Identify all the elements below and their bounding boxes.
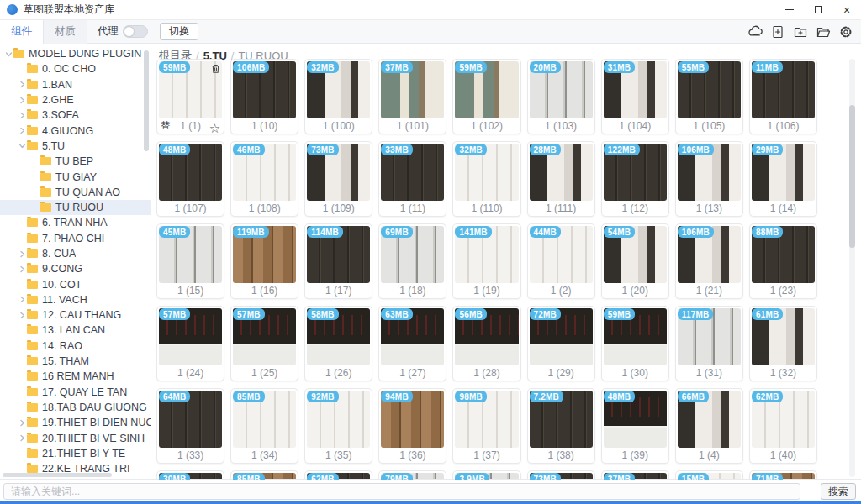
sidebar-item-0-oc-cho[interactable]: 0. OC CHO: [0, 61, 151, 76]
asset-card[interactable]: 28MB1 (111): [527, 141, 595, 217]
asset-card[interactable]: 69MB1 (18): [378, 223, 446, 299]
asset-card[interactable]: 44MB1 (2): [527, 223, 595, 299]
sidebar-item-19-thiet-bi-dien-nuoc[interactable]: 19.THIET BI DIEN NUOC: [0, 415, 151, 430]
asset-card[interactable]: 45MB1 (15): [156, 223, 224, 299]
expand-right-icon[interactable]: [17, 418, 27, 427]
asset-card[interactable]: 55MB1 (105): [675, 59, 743, 134]
sidebar-item-16-rem-manh[interactable]: 16 REM MANH: [0, 369, 151, 384]
search-button[interactable]: 搜索: [821, 483, 856, 500]
asset-card[interactable]: 94MB1 (36): [378, 388, 446, 464]
file-add-icon[interactable]: [769, 24, 786, 40]
asset-card[interactable]: 85MB1 (34): [230, 388, 298, 464]
sidebar-item-15-tham[interactable]: 15. THAM: [0, 354, 151, 369]
folder-add-icon[interactable]: [792, 24, 809, 40]
asset-card[interactable]: 114MB1 (17): [304, 223, 372, 299]
proxy-toggle[interactable]: [123, 25, 148, 38]
asset-card[interactable]: 63MB1 (27): [378, 306, 446, 381]
sidebar-item-20-thiet-bi-ve-sinh[interactable]: 20.THIET BI VE SINH: [0, 430, 151, 445]
sidebar-item-10-cot[interactable]: 10. COT: [0, 276, 151, 291]
sidebar-item-6-tran-nha[interactable]: 6. TRAN NHA: [0, 215, 151, 230]
sidebar-item-2-ghe[interactable]: 2.GHE: [0, 92, 151, 108]
asset-card[interactable]: 替☆59MB1 (1): [156, 59, 224, 134]
switch-button[interactable]: 切换: [160, 23, 198, 40]
asset-card[interactable]: 88MB1 (23): [749, 223, 817, 299]
tab-materials[interactable]: 材质: [44, 20, 87, 44]
asset-card[interactable]: 141MB1 (19): [452, 223, 520, 299]
asset-card[interactable]: 32MB1 (100): [304, 59, 372, 134]
trash-icon[interactable]: [210, 62, 221, 77]
asset-card[interactable]: 73MB1 (109): [304, 141, 372, 217]
asset-card[interactable]: 72MB1 (29): [527, 306, 595, 381]
asset-card[interactable]: 58MB1 (26): [304, 306, 372, 381]
expand-right-icon[interactable]: [17, 249, 27, 258]
close-button[interactable]: ×: [832, 0, 861, 19]
asset-card[interactable]: 57MB1 (24): [156, 306, 224, 381]
tab-components[interactable]: 组件: [0, 20, 44, 44]
sidebar-item-8-cua[interactable]: 8. CUA: [0, 246, 151, 261]
asset-card[interactable]: 106MB1 (10): [230, 59, 298, 134]
expand-right-icon[interactable]: [17, 96, 27, 104]
expand-right-icon[interactable]: [17, 265, 27, 273]
asset-card[interactable]: 32MB1 (110): [452, 141, 520, 217]
asset-card[interactable]: 33MB1 (11): [378, 141, 446, 217]
asset-card[interactable]: 61MB1 (32): [749, 306, 817, 381]
sidebar-item-7-phao-chi[interactable]: 7. PHAO CHI: [0, 231, 151, 246]
sidebar-item-model-dung-plugin[interactable]: MODEL DUNG PLUGIN: [0, 46, 151, 61]
folder-open-icon[interactable]: [815, 24, 832, 40]
asset-card[interactable]: 31MB1 (104): [601, 59, 669, 134]
settings-icon[interactable]: [837, 24, 854, 40]
sidebar-horizontal-scrollbar[interactable]: [3, 473, 112, 477]
star-icon[interactable]: ☆: [209, 122, 220, 134]
sidebar-item-12-cau-thang[interactable]: 12. CAU THANG: [0, 307, 151, 323]
asset-card[interactable]: 11MB1 (106): [749, 59, 817, 134]
asset-card[interactable]: 20MB1 (103): [527, 59, 595, 134]
sidebar-item-21-thiet-bi-y-te[interactable]: 21.THIET BI Y TE: [0, 446, 151, 461]
asset-card[interactable]: 37MB1 (101): [378, 59, 446, 134]
replace-button[interactable]: 替: [161, 119, 170, 132]
cloud-icon[interactable]: [747, 24, 763, 40]
expand-right-icon[interactable]: [17, 111, 27, 119]
asset-card[interactable]: 64MB1 (33): [156, 388, 224, 464]
asset-card[interactable]: 106MB1 (13): [675, 141, 743, 217]
sidebar-item-14-rao[interactable]: 14. RAO: [0, 339, 151, 354]
expand-right-icon[interactable]: [17, 311, 27, 319]
asset-card[interactable]: 57MB1 (25): [230, 306, 298, 381]
asset-card[interactable]: 59MB1 (102): [452, 59, 520, 134]
sidebar-item-17-quay-le-tan[interactable]: 17. QUAY LE TAN: [0, 385, 151, 400]
expand-right-icon[interactable]: [17, 127, 27, 135]
sidebar-item-18-tab-dau-giuong[interactable]: 18.TAB DAU GIUONG: [0, 400, 151, 415]
expand-right-icon[interactable]: [17, 81, 27, 89]
asset-card[interactable]: 46MB1 (108): [230, 141, 298, 217]
content-scrollbar[interactable]: [849, 59, 855, 477]
asset-card[interactable]: 119MB1 (16): [230, 223, 298, 299]
asset-card[interactable]: 62MB1 (40): [749, 388, 817, 464]
asset-card[interactable]: 106MB1 (21): [675, 223, 743, 299]
sidebar-item-3-sofa[interactable]: 3.SOFA: [0, 108, 151, 123]
asset-card[interactable]: 117MB1 (31): [675, 306, 743, 381]
asset-card[interactable]: 98MB1 (37): [452, 388, 520, 464]
sidebar-item-tu-quan-ao[interactable]: TU QUAN AO: [0, 185, 151, 200]
asset-card[interactable]: 48MB1 (39): [601, 388, 669, 464]
expand-down-icon[interactable]: [17, 142, 27, 150]
search-input[interactable]: [3, 483, 800, 500]
sidebar-scrollbar[interactable]: [144, 50, 149, 151]
asset-card[interactable]: 59MB1 (30): [601, 306, 669, 381]
asset-card[interactable]: 7.2MB1 (38): [527, 388, 595, 464]
sidebar-item-11-vach[interactable]: 11. VACH: [0, 292, 151, 307]
asset-card[interactable]: 56MB1 (28): [452, 306, 520, 381]
asset-card[interactable]: 92MB1 (35): [304, 388, 372, 464]
sidebar-item-5-tu[interactable]: 5.TU: [0, 139, 151, 154]
asset-card[interactable]: 48MB1 (107): [156, 141, 224, 217]
content-scrollbar-thumb[interactable]: [849, 105, 855, 248]
expand-right-icon[interactable]: [17, 434, 27, 443]
expand-down-icon[interactable]: [3, 50, 13, 58]
sidebar-item-tu-giay[interactable]: TU GIAY: [0, 169, 151, 184]
asset-card[interactable]: 54MB1 (20): [601, 223, 669, 299]
minimize-button[interactable]: [775, 0, 804, 19]
asset-card[interactable]: 122MB1 (12): [601, 141, 669, 217]
sidebar-item-tu-ruou[interactable]: TU RUOU: [0, 200, 151, 215]
sidebar-item-tu-bep[interactable]: TU BEP: [0, 154, 151, 169]
sidebar-item-13-lan-can[interactable]: 13. LAN CAN: [0, 323, 151, 338]
sidebar-item-4-giuong[interactable]: 4.GIUONG: [0, 123, 151, 138]
sidebar-item-9-cong[interactable]: 9.CONG: [0, 261, 151, 276]
